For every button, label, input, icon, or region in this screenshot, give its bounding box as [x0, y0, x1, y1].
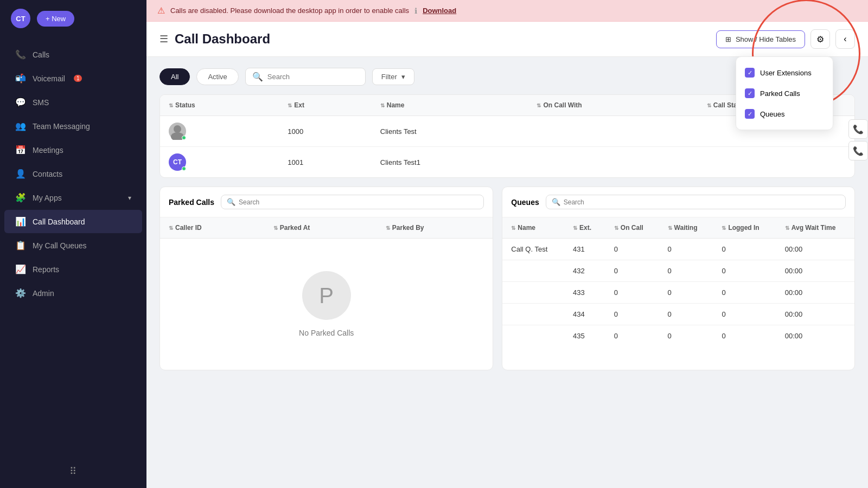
on-call-with-cell	[528, 116, 698, 147]
queues-header: Queues 🔍	[502, 187, 854, 217]
admin-icon: ⚙️	[15, 288, 26, 298]
queues-search-input[interactable]	[564, 198, 840, 206]
queue-waiting-cell: 0	[659, 325, 713, 347]
call-dashboard-icon: 📊	[15, 216, 26, 227]
queue-ext-cell: 432	[564, 260, 605, 282]
col-name: ⇅Name	[372, 95, 528, 116]
sidebar-item-meetings[interactable]: 📅 Meetings	[4, 138, 142, 162]
sidebar-item-admin[interactable]: ⚙️ Admin	[4, 281, 142, 305]
sms-icon: 💬	[15, 97, 26, 107]
dropdown-item-parked-calls[interactable]: ✓ Parked Calls	[736, 83, 833, 104]
sidebar-item-label: Calls	[33, 50, 49, 59]
checkbox-user-extensions: ✓	[745, 68, 755, 78]
filter-button[interactable]: Filter ▾	[372, 68, 414, 85]
collapse-button[interactable]: ‹	[835, 29, 855, 49]
queue-on-call-cell: 0	[605, 260, 659, 282]
table-row: 432 0 0 0 00:00	[502, 260, 854, 282]
phone-button-2[interactable]: 📞	[848, 141, 868, 160]
queue-name-cell	[502, 304, 564, 325]
status-dot-online	[182, 166, 186, 171]
settings-icon-button[interactable]: ⚙	[810, 29, 830, 49]
col-ext: ⇅Ext	[279, 95, 371, 116]
queue-logged-in-cell: 0	[713, 282, 776, 304]
sidebar-footer: ⠿	[0, 454, 146, 488]
col-parked-by: ⇅Parked By	[377, 217, 493, 239]
queue-avg-wait-cell: 00:00	[776, 325, 854, 347]
alert-message: Calls are disabled. Please download the …	[170, 7, 409, 15]
sidebar-item-my-apps[interactable]: 🧩 My Apps ▾	[4, 186, 142, 209]
sidebar-item-label: SMS	[33, 98, 49, 107]
show-hide-tables-button[interactable]: ⊞ Show / Hide Tables	[716, 30, 805, 48]
parked-calls-title: Parked Calls	[169, 198, 214, 207]
warning-icon: ⚠	[157, 5, 165, 16]
sidebar-item-team-messaging[interactable]: 👥 Team Messaging	[4, 114, 142, 138]
col-on-call-with: ⇅On Call With	[528, 95, 698, 116]
sidebar-item-my-call-queues[interactable]: 📋 My Call Queues	[4, 234, 142, 257]
queue-ext-cell: 434	[564, 304, 605, 325]
parked-calls-search-input[interactable]	[239, 198, 478, 206]
reports-icon: 📈	[15, 264, 26, 274]
sidebar-item-reports[interactable]: 📈 Reports	[4, 258, 142, 281]
sidebar-item-contacts[interactable]: 👤 Contacts	[4, 162, 142, 185]
checkbox-parked-calls: ✓	[745, 88, 755, 98]
sidebar-item-calls[interactable]: 📞 Calls	[4, 43, 142, 66]
dropdown-label-queues: Queues	[760, 110, 785, 118]
queue-waiting-cell: 0	[659, 260, 713, 282]
main-search-box[interactable]: 🔍	[245, 68, 366, 86]
sidebar-item-label: Contacts	[33, 170, 62, 178]
col-avg-wait: ⇅Avg Wait Time	[776, 217, 854, 239]
download-link[interactable]: Download	[423, 7, 456, 15]
svg-point-0	[174, 125, 181, 133]
col-waiting: ⇅Waiting	[659, 217, 713, 239]
sidebar-item-sms[interactable]: 💬 SMS	[4, 91, 142, 114]
calls-icon: 📞	[15, 49, 26, 60]
apps-grid-icon[interactable]: ⠿	[69, 465, 78, 477]
call-status-cell	[698, 147, 854, 178]
queue-on-call-cell: 0	[605, 282, 659, 304]
sidebar-item-call-dashboard[interactable]: 📊 Call Dashboard	[4, 210, 142, 233]
my-apps-icon: 🧩	[15, 192, 26, 203]
dropdown-item-queues[interactable]: ✓ Queues	[736, 104, 833, 124]
search-icon: 🔍	[252, 72, 263, 82]
sidebar-item-label: Admin	[33, 289, 54, 298]
page-title: Call Dashboard	[175, 31, 270, 47]
hamburger-icon[interactable]: ☰	[159, 33, 168, 45]
queue-on-call-cell: 0	[605, 304, 659, 325]
queue-avg-wait-cell: 00:00	[776, 260, 854, 282]
queue-on-call-cell: 0	[605, 325, 659, 347]
voicemail-icon: 📬	[15, 73, 26, 84]
sidebar: CT + New 📞 Calls 📬 Voicemail 1 💬 SMS 👥 T…	[0, 0, 146, 488]
filter-chevron-icon: ▾	[401, 73, 405, 81]
tab-all[interactable]: All	[159, 68, 190, 85]
dropdown-label-parked-calls: Parked Calls	[760, 89, 800, 98]
dropdown-item-user-extensions[interactable]: ✓ User Extensions	[736, 62, 833, 83]
contacts-icon: 👤	[15, 169, 26, 179]
page-header-right: ⊞ Show / Hide Tables ✓ User Extensions ✓…	[716, 29, 855, 49]
name-cell: Clients Test	[372, 116, 528, 147]
checkbox-queues: ✓	[745, 109, 755, 119]
alert-bar: ⚠ Calls are disabled. Please download th…	[146, 0, 868, 22]
page-header-left: ☰ Call Dashboard	[159, 31, 270, 47]
sidebar-nav: 📞 Calls 📬 Voicemail 1 💬 SMS 👥 Team Messa…	[0, 37, 146, 454]
queue-on-call-cell: 0	[605, 239, 659, 260]
table-row: CT 1001 Clients Test1	[160, 147, 854, 178]
main-search-input[interactable]	[267, 73, 359, 81]
search-icon: 🔍	[552, 198, 560, 206]
parked-calls-search[interactable]: 🔍	[221, 195, 484, 209]
queue-name-cell	[502, 260, 564, 282]
queues-search[interactable]: 🔍	[546, 195, 846, 209]
sidebar-item-label: Team Messaging	[33, 122, 90, 131]
phone-button-1[interactable]: 📞	[848, 119, 868, 139]
queue-ext-cell: 433	[564, 282, 605, 304]
queues-section: Queues 🔍 ⇅Name ⇅Ext. ⇅On Call ⇅Waiting ⇅	[502, 187, 855, 370]
tab-active[interactable]: Active	[196, 68, 238, 85]
new-button[interactable]: + New	[37, 11, 74, 27]
name-cell: Clients Test1	[372, 147, 528, 178]
sidebar-item-voicemail[interactable]: 📬 Voicemail 1	[4, 67, 142, 90]
avatar	[169, 123, 186, 140]
table-row: 433 0 0 0 00:00	[502, 282, 854, 304]
sidebar-logo: CT	[11, 9, 30, 28]
ext-cell: 1000	[279, 116, 371, 147]
queue-waiting-cell: 0	[659, 239, 713, 260]
my-call-queues-icon: 📋	[15, 240, 26, 251]
